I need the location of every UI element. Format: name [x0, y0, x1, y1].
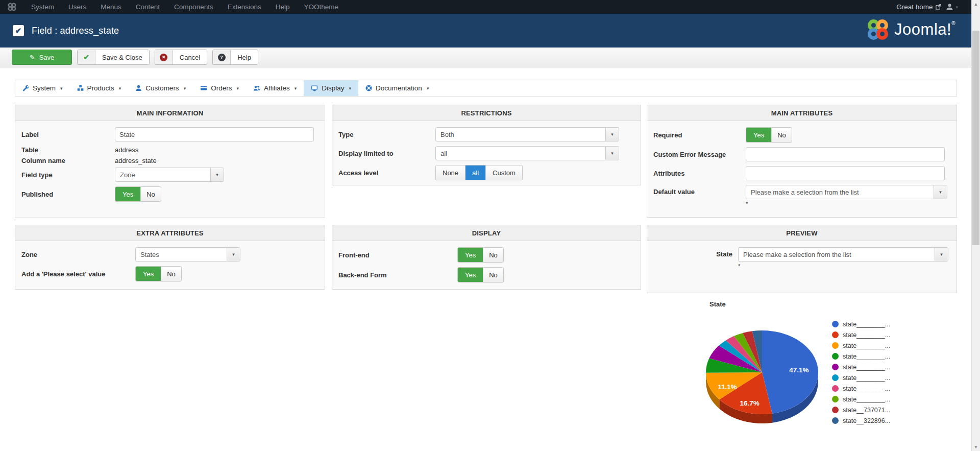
legend-label: state________...	[843, 353, 890, 360]
legend-dot	[832, 417, 839, 424]
legend-label: state________...	[843, 331, 890, 339]
help-label: Help	[231, 50, 258, 64]
default-value-text: Please make a selection from the list	[746, 185, 934, 199]
tab-customers[interactable]: Customers▾	[128, 80, 193, 96]
toggle-option-yes[interactable]: Yes	[458, 248, 483, 262]
scroll-up-icon[interactable]: ▲	[972, 0, 980, 8]
scrollbar-thumb[interactable]	[972, 31, 979, 245]
state-pie-chart: State 47.1%16.7%11.1% state________...st…	[693, 297, 971, 450]
please-select-label: Add a 'Please select' value	[21, 270, 135, 278]
cubes-icon	[77, 85, 84, 91]
column-name-value: address_state	[115, 157, 157, 164]
zone-label: Zone	[21, 251, 135, 258]
joomla-glyph-icon[interactable]	[7, 2, 17, 12]
pie-percent-label: 11.1%	[718, 383, 737, 391]
legend-label: state________...	[843, 342, 890, 349]
menu-item-content[interactable]: Content	[129, 0, 167, 14]
page-title: Field : address_state	[32, 26, 119, 36]
legend-item-0[interactable]: state________...	[832, 319, 890, 329]
legend-item-7[interactable]: state________...	[832, 394, 890, 405]
tab-orders[interactable]: Orders▾	[193, 80, 246, 96]
legend-item-1[interactable]: state________...	[832, 329, 890, 340]
legend-dot	[832, 353, 839, 360]
menu-item-yootheme[interactable]: YOOtheme	[297, 0, 346, 14]
legend-label: state________...	[843, 374, 890, 382]
published-toggle: YesNo	[115, 186, 161, 202]
toggle-option-yes[interactable]: Yes	[458, 268, 483, 282]
table-label: Table	[21, 146, 115, 154]
legend-item-4[interactable]: state________...	[832, 362, 890, 372]
panel-preview: PREVIEW State Please make a selection fr…	[647, 225, 957, 293]
legend-item-8[interactable]: state__737071...	[832, 405, 890, 415]
tab-display[interactable]: Display▾	[304, 80, 358, 96]
custom-error-label: Custom Error Message	[653, 151, 746, 158]
chevron-down-icon: ▾	[605, 147, 619, 160]
vertical-scrollbar[interactable]: ▲ ▼	[971, 0, 980, 451]
admin-menu-bar: SystemUsersMenusContentComponentsExtensi…	[0, 0, 971, 14]
required-toggle: YesNo	[746, 127, 792, 143]
legend-dot	[832, 364, 839, 370]
help-button[interactable]: ? Help	[212, 50, 258, 65]
joomla-logo: Joomla!®	[867, 18, 955, 41]
back-end-label: Back-end Form	[338, 271, 457, 279]
save-pencil-icon: ✎	[30, 54, 35, 61]
legend-item-6[interactable]: state________...	[832, 383, 890, 394]
attributes-input[interactable]	[746, 166, 945, 180]
toggle-option-no[interactable]: No	[161, 267, 181, 281]
field-type-select[interactable]: Zone ▾	[115, 168, 224, 182]
tab-affiliates[interactable]: Affiliates▾	[246, 80, 304, 96]
scroll-down-icon[interactable]: ▼	[972, 443, 980, 451]
toggle-option-no[interactable]: No	[483, 268, 503, 282]
tab-system[interactable]: System▾	[15, 80, 70, 96]
cancel-button[interactable]: ✕ Cancel	[155, 50, 207, 65]
menu-item-system[interactable]: System	[24, 0, 61, 14]
joomla-knot-icon	[867, 18, 889, 41]
menu-item-users[interactable]: Users	[61, 0, 93, 14]
label-input[interactable]	[115, 127, 314, 141]
toggle-option-no[interactable]: No	[483, 248, 503, 262]
save-button[interactable]: ✎ Save	[12, 50, 72, 65]
pie-percent-label: 47.1%	[789, 366, 808, 374]
save-close-label: Save & Close	[95, 50, 149, 64]
display-limited-select[interactable]: all ▾	[435, 146, 619, 160]
menu-item-components[interactable]: Components	[167, 0, 220, 14]
legend-item-3[interactable]: state________...	[832, 351, 890, 362]
required-asterisk: *	[746, 201, 947, 207]
legend-item-5[interactable]: state________...	[832, 372, 890, 383]
panel-main-information: MAIN INFORMATION Label Table address Col…	[15, 105, 325, 218]
zone-select[interactable]: States ▾	[135, 247, 240, 262]
label-field-label: Label	[21, 131, 115, 138]
default-value-select[interactable]: Please make a selection from the list ▾	[746, 185, 947, 199]
user-menu[interactable]: ▾	[946, 3, 958, 11]
access-level-label: Access level	[338, 169, 435, 177]
menu-item-extensions[interactable]: Extensions	[220, 0, 268, 14]
panel-title: EXTRA ATTRIBUTES	[15, 225, 325, 241]
published-label: Published	[21, 191, 115, 198]
save-close-button[interactable]: ✔ Save & Close	[77, 50, 150, 65]
legend-item-2[interactable]: state________...	[832, 340, 890, 351]
great-home-link[interactable]: Great home	[896, 3, 941, 11]
access-level-option-none[interactable]: None	[436, 165, 465, 180]
access-level-option-custom[interactable]: Custom	[485, 165, 522, 180]
legend-item-9[interactable]: state__322896...	[832, 415, 890, 426]
tab-documentation[interactable]: Documentation▾	[358, 80, 436, 96]
toggle-option-no[interactable]: No	[771, 128, 792, 142]
toggle-option-yes[interactable]: Yes	[136, 267, 161, 281]
field-type-value: Zone	[115, 168, 210, 181]
menu-item-help[interactable]: Help	[268, 0, 297, 14]
custom-error-input[interactable]	[746, 147, 945, 161]
front-end-label: Front-end	[338, 251, 457, 259]
toggle-option-yes[interactable]: Yes	[115, 187, 140, 201]
column-name-label: Column name	[21, 157, 115, 164]
menu-item-menus[interactable]: Menus	[93, 0, 129, 14]
type-select[interactable]: Both ▾	[435, 127, 619, 141]
access-level-option-all[interactable]: all	[465, 165, 485, 180]
toggle-option-no[interactable]: No	[140, 187, 161, 201]
tab-label: Customers	[145, 84, 179, 92]
toggle-option-yes[interactable]: Yes	[746, 128, 771, 142]
type-value: Both	[436, 128, 605, 141]
tab-products[interactable]: Products▾	[70, 80, 129, 96]
chevron-down-icon: ▾	[349, 86, 352, 91]
preview-state-select[interactable]: Please make a selection from the list ▾	[738, 247, 948, 262]
legend-dot	[832, 342, 839, 349]
